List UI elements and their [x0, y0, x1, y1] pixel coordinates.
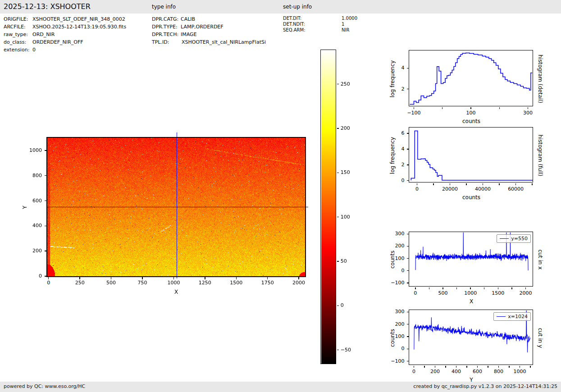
legend-line-sample — [500, 238, 509, 239]
x-tick-mark — [236, 277, 237, 279]
x-tick-mark — [470, 107, 471, 109]
x-tick-label: 100 — [457, 110, 484, 116]
y-tick-label: 100 — [341, 214, 362, 220]
x-tick-mark — [456, 287, 457, 290]
y-tick-mark — [45, 201, 47, 201]
x-tick-label: 2000 — [512, 290, 539, 296]
y-tick-label: 6 — [381, 130, 404, 136]
y-tick-mark — [407, 349, 409, 349]
x-tick-mark — [445, 366, 446, 368]
y-tick-mark — [407, 246, 409, 246]
x-tick-label: 300 — [515, 110, 542, 116]
x-tick-mark — [435, 366, 435, 368]
x-tick-mark — [509, 366, 509, 368]
y-tick-mark — [407, 164, 409, 165]
x-tick-mark — [433, 183, 433, 186]
y-tick-label: −100 — [381, 280, 404, 286]
y-tick-label: 250 — [341, 81, 362, 87]
x-tick-mark — [498, 366, 499, 368]
y-tick-mark — [407, 283, 409, 283]
x-axis-label: counts — [410, 118, 533, 124]
y-tick-mark — [45, 175, 47, 176]
x-tick-mark — [298, 277, 299, 279]
legend: y=550 — [497, 234, 531, 243]
x-tick-mark — [532, 183, 532, 186]
x-tick-mark — [48, 277, 49, 279]
x-tick-label: 1000 — [457, 290, 484, 296]
x-axis-label: X — [410, 298, 533, 305]
x-tick-label: 1500 — [484, 290, 511, 296]
x-tick-mark — [466, 183, 466, 186]
x-tick-label: 2000 — [285, 280, 312, 286]
x-tick-mark — [450, 183, 450, 186]
x-tick-mark — [424, 366, 424, 368]
legend-label: x=1024 — [508, 314, 528, 319]
x-axis-label: X — [47, 289, 305, 295]
x-tick-mark — [429, 287, 429, 290]
y-tick-label: 0 — [381, 178, 404, 183]
y-tick-label: 50 — [341, 258, 362, 264]
x-tick-label: 500 — [429, 290, 456, 296]
x-tick-mark — [515, 183, 516, 186]
y-tick-label: 1000 — [18, 147, 42, 153]
y-tick-label: 400 — [18, 223, 42, 228]
x-tick-label: 0 — [402, 290, 429, 296]
y-tick-label: 600 — [18, 198, 42, 204]
x-tick-mark — [477, 366, 478, 368]
qc-report-page: 2025-12-13: XSHOOTER type info set-up in… — [0, 0, 561, 392]
y-tick-label: 200 — [341, 125, 362, 131]
y-tick-label: 0 — [18, 273, 42, 279]
y-tick-mark — [407, 89, 409, 89]
right-axis-label: cut in y — [537, 328, 543, 348]
right-axis-label: histogram (detail) — [537, 55, 543, 103]
x-tick-label: 1500 — [223, 280, 250, 286]
axes-frame — [320, 50, 336, 364]
x-tick-mark — [142, 277, 142, 279]
x-tick-mark — [173, 277, 174, 279]
axes-frame — [409, 127, 533, 182]
y-axis-label: Y — [22, 205, 28, 209]
x-tick-label: 0 — [35, 280, 62, 286]
y-axis-label: counts — [389, 251, 396, 269]
y-tick-label: 200 — [381, 243, 404, 249]
y-tick-mark — [407, 180, 409, 181]
x-tick-mark — [483, 183, 483, 186]
footer-created-by: created by qc_rawdisp.py v1.2.3 on 2025-… — [413, 383, 557, 389]
x-tick-label: 750 — [129, 280, 156, 286]
x-tick-mark — [456, 366, 456, 368]
x-tick-label: −100 — [400, 110, 427, 116]
y-tick-mark — [45, 276, 47, 276]
x-tick-mark — [466, 366, 467, 368]
y-tick-mark — [407, 258, 409, 259]
x-tick-label: 1000 — [506, 369, 534, 374]
x-tick-mark — [414, 366, 414, 368]
y-tick-mark — [337, 84, 339, 84]
x-tick-mark — [415, 287, 415, 290]
y-tick-mark — [337, 350, 339, 350]
y-tick-mark — [337, 173, 339, 173]
x-tick-label: 60000 — [502, 186, 529, 192]
y-tick-label: 300 — [381, 309, 404, 315]
y-tick-mark — [407, 149, 409, 149]
y-tick-label: −100 — [381, 358, 404, 364]
x-tick-mark — [470, 287, 470, 290]
x-tick-mark — [499, 183, 499, 186]
x-tick-label: 20000 — [437, 186, 464, 192]
y-axis-label: log frequency — [389, 60, 396, 97]
right-axis-label: histogram (full) — [537, 134, 543, 176]
y-tick-mark — [45, 251, 47, 251]
figure-area: 0250500750100012501500175020000200400600… — [0, 0, 561, 392]
footer-powered-by: powered by QC: www.eso.org/HC — [4, 383, 85, 389]
y-tick-label: 0 — [341, 302, 362, 308]
x-axis-label: counts — [410, 194, 533, 201]
y-tick-mark — [407, 133, 409, 133]
x-tick-mark — [111, 277, 111, 279]
y-tick-mark — [337, 217, 339, 217]
x-tick-mark — [79, 277, 80, 279]
legend-label: y=550 — [511, 236, 528, 242]
y-tick-mark — [337, 128, 339, 128]
x-tick-mark — [442, 287, 443, 290]
x-tick-mark — [484, 287, 484, 290]
x-tick-mark — [267, 277, 268, 279]
y-tick-label: 800 — [18, 173, 42, 178]
